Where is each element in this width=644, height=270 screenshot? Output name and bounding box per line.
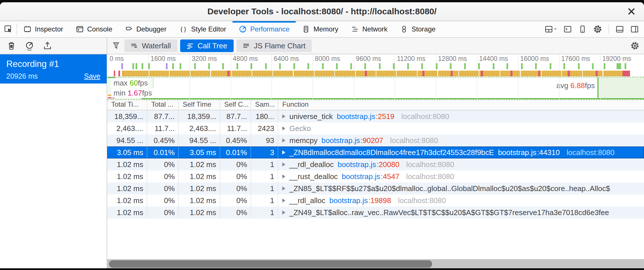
expand-twisty-icon[interactable] [282,162,285,166]
recording-name: Recording #1 [6,59,100,69]
expand-twisty-icon[interactable] [282,150,285,154]
tab-inspector[interactable]: Inspector [17,21,69,37]
timeline-marker [251,63,252,69]
timeline-marker [265,63,267,69]
filter-markers-button[interactable] [112,41,120,50]
recording-duration: 20926 ms [6,72,38,80]
debugger-icon [125,25,133,33]
settings-gear-icon[interactable] [593,25,602,34]
dock-side-icon[interactable] [630,25,639,33]
source-file-link[interactable]: bootstrap.js [321,136,360,145]
total-time-cell: 1.02 ms [107,207,147,219]
call-tree-row[interactable]: 3.05 ms0.01%3.05 ms0.01%3_ZN8dlmalloc8dl… [107,146,644,158]
function-name: memcpy [289,136,317,145]
dock-bottom-icon[interactable] [615,25,624,33]
ruler-tick-label: 8000 ms [315,55,340,63]
timeline-marker [464,63,466,69]
split-console-icon[interactable] [563,25,572,33]
total-time-cell: 1.02 ms [107,182,147,194]
dock-layout-icon [544,25,553,33]
source-file-link[interactable]: bootstrap.js [498,148,536,157]
waterfall-gap [582,71,583,76]
source-file-link[interactable]: bootstrap.js [342,172,380,181]
svg-text:{ }: { } [180,26,186,32]
tab-storage[interactable]: Storage [394,21,442,37]
source-host: localhost:8080 [390,136,438,145]
source-file-link[interactable]: bootstrap.js [338,160,376,169]
dock-options-button[interactable] [544,25,557,33]
inspector-icon [23,25,31,33]
source-file-link[interactable]: bootstrap.js [337,112,375,121]
column-header-function[interactable]: Function [278,99,644,110]
timeline-marker [379,63,381,69]
node-picker-button[interactable] [0,21,17,37]
horizontal-scrollbar[interactable] [107,259,644,268]
waterfall-gap [520,71,520,76]
total-time-cell: 18,359... [107,110,147,122]
recordings-sidebar: Recording #1 20926 ms Save [0,38,107,268]
tab-strip: InspectorConsoleDebugger{ }Style EditorP… [17,21,442,37]
call-tree-row[interactable]: 1.02 ms0%1.02 ms0%1__rust_deallocbootstr… [107,170,644,182]
timeline-marker [625,63,626,69]
self-time-cell: 2,463.... [179,122,220,134]
tab-debugger[interactable]: Debugger [119,21,173,37]
fps-graph[interactable]: max 60fps min 1.67fps avg 6.88fps [107,77,644,100]
tab-memory[interactable]: Memory [296,21,345,37]
expand-twisty-icon[interactable] [282,186,285,190]
waterfall-gap [149,71,149,76]
column-header-self-time[interactable]: Self Time [179,99,220,110]
function-cell: universe_tickbootstrap.js:2519localhost:… [278,110,644,122]
performance-settings-button[interactable] [630,41,639,50]
tab-network[interactable]: Network [345,21,394,37]
waterfall-red-segment [596,71,598,76]
timeline-marker [421,63,423,69]
close-window-button[interactable] [626,6,637,17]
timeline-overview[interactable]: max 60fps min 1.67fps avg 6.88fps 0 ms16… [107,54,644,99]
ruler-gridline [354,54,354,99]
timeline-marker [307,63,309,69]
view-button-waterfall[interactable]: Waterfall [124,39,177,52]
call-tree-row[interactable]: 1.02 ms0%1.02 ms0%1__rdl_deallocbootstra… [107,158,644,170]
call-tree-row[interactable]: 1.02 ms0%1.02 ms0%1_ZN85_$LT$$RF$$u27$a$… [107,182,644,194]
timeline-marker [336,63,338,69]
column-header-sam[interactable]: Sam... [251,99,278,110]
waterfall-gap [417,71,418,76]
save-recording-link[interactable]: Save [84,72,100,80]
expand-twisty-icon[interactable] [282,138,285,142]
call-tree-row[interactable]: 18,359...87.7...18,359...87.7...180...un… [107,110,644,122]
column-header-self-c[interactable]: Self C... [220,99,251,110]
clear-recordings-icon[interactable] [7,41,16,50]
call-tree-row[interactable]: 1.02 ms0%1.02 ms0%1_ZN49_$LT$alloc..raw_… [107,207,644,219]
waterfall-icon [131,42,138,49]
expand-twisty-icon[interactable] [282,174,285,178]
tab-console[interactable]: Console [69,21,119,37]
import-recording-icon[interactable] [43,41,52,50]
call-tree-row[interactable]: 2,463....11.7...2,463....11.7...2423Geck… [107,122,644,134]
expand-twisty-icon[interactable] [282,126,285,130]
record-icon[interactable] [25,41,34,51]
view-button-js-flame-chart[interactable]: JS Flame Chart [236,39,312,52]
recording-item[interactable]: Recording #1 20926 ms Save [0,54,107,84]
call-tree-header[interactable]: Total Ti...Total ...Self TimeSelf C...Sa… [107,99,644,110]
timeline-marker [121,63,123,69]
tab-label: Inspector [35,25,63,33]
expand-twisty-icon[interactable] [282,211,285,215]
call-tree-row[interactable]: 1.02 ms0%1.02 ms0%1__rdl_allocbootstrap.… [107,194,644,207]
expand-twisty-icon[interactable] [282,198,285,202]
timeline-marker [592,63,594,69]
view-button-call-tree[interactable]: Call Tree [180,39,234,52]
timeline-marker [393,63,395,69]
source-file-link[interactable]: bootstrap.js [329,196,368,205]
timeline-marker [194,63,196,69]
expand-twisty-icon[interactable] [282,114,285,118]
call-tree-row[interactable]: 94.55 ...0.45%94.55 ...0.45%93memcpyboot… [107,134,644,146]
tab-style-editor[interactable]: { }Style Editor [173,21,232,37]
ruler-gridline [313,54,313,99]
scrollbar-thumb[interactable] [109,260,432,268]
source-line-number: :2519 [376,112,394,121]
responsive-mode-icon[interactable] [578,25,587,33]
waterfall-gap [334,71,335,76]
column-header-total-ti[interactable]: Total Ti... [107,99,147,110]
tab-performance[interactable]: Performance [232,21,296,37]
column-header-total-[interactable]: Total ... [147,99,179,110]
